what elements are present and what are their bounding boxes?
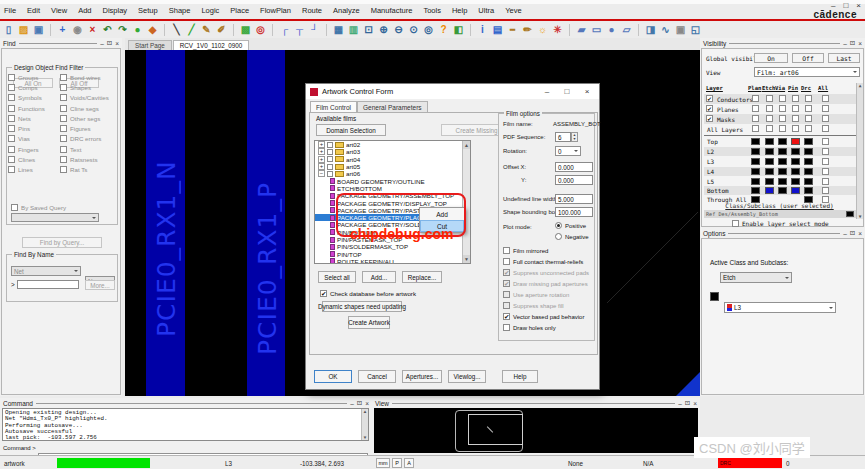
- viewport-rectangle[interactable]: [468, 414, 523, 445]
- undo-icon[interactable]: ↶: [101, 24, 114, 37]
- swatch-l2-drc[interactable]: [804, 148, 813, 155]
- cell-planes-drc[interactable]: [805, 105, 812, 112]
- scroll-down-icon[interactable]: ▼: [463, 255, 470, 263]
- dialog-minimize-icon[interactable]: –: [539, 87, 555, 96]
- slide-icon[interactable]: ✐: [215, 24, 228, 37]
- checkbox-nets[interactable]: [8, 115, 15, 122]
- swatch-l5-etch[interactable]: [765, 178, 774, 185]
- copy-icon[interactable]: ◉: [71, 24, 84, 37]
- column-header-via[interactable]: Via: [775, 85, 785, 91]
- cell-conductors-via[interactable]: [779, 95, 786, 102]
- dialog-maximize-icon[interactable]: □: [559, 87, 575, 96]
- menu-place[interactable]: Place: [228, 5, 251, 16]
- cell-planes-all[interactable]: [822, 105, 829, 112]
- film-group-art03[interactable]: +art03: [315, 148, 470, 155]
- checkbox-rat-ts[interactable]: [60, 166, 67, 173]
- layer-all-checkbox-l2[interactable]: [822, 148, 829, 155]
- cell-masks-etch[interactable]: [766, 115, 773, 122]
- info-icon[interactable]: i: [476, 24, 489, 37]
- suppress-shape-fill-checkbox[interactable]: [503, 302, 510, 309]
- column-header-pin[interactable]: Pin: [788, 85, 798, 91]
- layer-column-header[interactable]: Layer: [706, 85, 723, 91]
- checkbox-other-segs[interactable]: [60, 115, 67, 122]
- cell-planes-pin[interactable]: [792, 105, 799, 112]
- film-group-art05[interactable]: +art05: [315, 163, 470, 170]
- class-subclass-link[interactable]: Class/Subclass (user selected): [702, 202, 857, 209]
- cell-conductors-etch[interactable]: [766, 95, 773, 102]
- cell-planes-etch[interactable]: [766, 105, 773, 112]
- shape-park-icon[interactable]: ▩: [239, 24, 252, 37]
- swatch-top-via[interactable]: [778, 138, 787, 145]
- find-name-input[interactable]: [17, 280, 79, 289]
- expand-icon[interactable]: +: [318, 148, 325, 155]
- saved-query-dropdown[interactable]: [11, 213, 99, 222]
- plot-mode-positive-radio[interactable]: [555, 222, 562, 229]
- help-icon[interactable]: ?: [437, 24, 450, 37]
- cell-conductors-drc[interactable]: [805, 95, 812, 102]
- cell-all-layers-drc[interactable]: [805, 125, 812, 132]
- open-folder-icon[interactable]: ▨: [17, 24, 30, 37]
- menu-route[interactable]: Route: [300, 5, 324, 16]
- scroll-down-icon[interactable]: ▼: [362, 435, 368, 440]
- route-net-icon[interactable]: ┘: [308, 24, 321, 37]
- shape-polygon-icon[interactable]: ▰: [575, 24, 588, 37]
- replace-button[interactable]: Replace...: [402, 271, 442, 283]
- menu-manufacture[interactable]: Manufacture: [369, 5, 415, 16]
- move-icon[interactable]: +: [56, 24, 69, 37]
- swatch-bottom-via[interactable]: [778, 187, 787, 194]
- cell-conductors-pin[interactable]: [792, 95, 799, 102]
- edit-vertex-icon[interactable]: ✎: [200, 24, 213, 37]
- rotation-dropdown[interactable]: 0: [555, 146, 581, 156]
- layer-all-checkbox-bottom[interactable]: [822, 187, 829, 194]
- panel-close-icon[interactable]: ×: [693, 400, 697, 407]
- menu-add[interactable]: Add: [76, 5, 93, 16]
- checkbox-ratsnests[interactable]: [60, 156, 67, 163]
- plot-mode-negative-radio[interactable]: [555, 233, 562, 240]
- zoom-world-icon[interactable]: ⊙: [407, 24, 420, 37]
- checkbox-clines[interactable]: [8, 156, 15, 163]
- checkbox-text[interactable]: [60, 146, 67, 153]
- menu-tools[interactable]: Tools: [421, 5, 443, 16]
- menu-setup[interactable]: Setup: [136, 5, 160, 16]
- select-all-button[interactable]: Select all: [318, 271, 356, 283]
- menu-analyze[interactable]: Analyze: [331, 5, 362, 16]
- cell-planes-plan[interactable]: [752, 105, 759, 112]
- swatch-l2-pin[interactable]: [791, 148, 800, 155]
- menu-view[interactable]: View: [49, 5, 69, 16]
- offset-x-input[interactable]: 0.000: [555, 162, 593, 172]
- panel-close-icon[interactable]: ×: [115, 40, 119, 47]
- brush-icon[interactable]: ✏: [521, 24, 534, 37]
- tab-design-file[interactable]: RCV_1V0_1102_0900: [173, 40, 250, 50]
- active-subclass-dropdown[interactable]: L3: [724, 302, 836, 313]
- use-aperture-rotation-checkbox[interactable]: [503, 291, 510, 298]
- checkbox-voids-cavities[interactable]: [60, 94, 67, 101]
- film-item-route-keepin-all[interactable]: ROUTE KEEPIN/ALL: [315, 258, 470, 264]
- scroll-up-icon[interactable]: ▲: [463, 141, 470, 149]
- zoom-fit-icon[interactable]: ⊡: [362, 24, 375, 37]
- more-button[interactable]: More...: [85, 280, 115, 290]
- checkbox-pins[interactable]: [8, 125, 15, 132]
- target-icon[interactable]: ◎: [254, 24, 267, 37]
- window-close-button[interactable]: ×: [856, 1, 861, 10]
- film-item-package-geometry-display-top[interactable]: PACKAGE GEOMETRY/DISPLAY_TOP: [315, 199, 470, 206]
- menu-shape[interactable]: Shape: [167, 5, 193, 16]
- cell-planes-via[interactable]: [779, 105, 786, 112]
- zoom-in-icon[interactable]: ⊕: [377, 24, 390, 37]
- film-item-etch-bottom[interactable]: ETCH/BOTTOM: [315, 185, 470, 192]
- tab-start-page[interactable]: Start Page: [128, 40, 172, 50]
- cell-masks-plan[interactable]: [752, 115, 759, 122]
- full-contact-thermal-reliefs-checkbox[interactable]: [503, 258, 510, 265]
- cell-masks-via[interactable]: [779, 115, 786, 122]
- checkbox-vias[interactable]: [8, 135, 15, 142]
- expand-icon[interactable]: +: [318, 141, 325, 148]
- dialog-close-icon[interactable]: ×: [579, 87, 595, 96]
- route-connect-icon[interactable]: ┌: [278, 24, 291, 37]
- panel-float-icon[interactable]: ⊡: [850, 39, 855, 47]
- domain-selection-button[interactable]: Domain Selection: [316, 124, 386, 136]
- swatch-l3-pin[interactable]: [791, 158, 800, 165]
- film-group-art04[interactable]: +art04: [315, 156, 470, 163]
- new-file-icon[interactable]: ▯: [2, 24, 15, 37]
- panel-close-icon[interactable]: ×: [365, 400, 369, 407]
- swatch-l4-plan[interactable]: [751, 168, 760, 175]
- masks-visible-checkbox[interactable]: [706, 115, 713, 122]
